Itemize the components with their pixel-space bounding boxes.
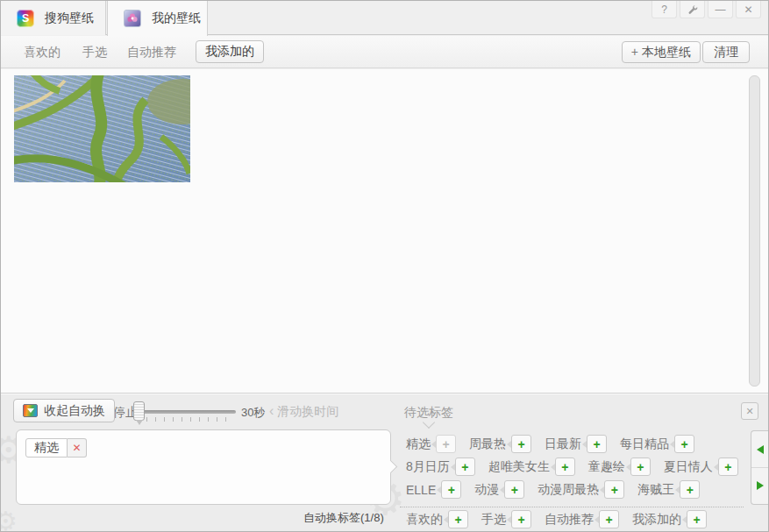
tag-item: 周最热 + bbox=[469, 435, 531, 453]
collapse-autochange-button[interactable]: 收起自动换 bbox=[13, 399, 115, 422]
add-tag-button[interactable]: + bbox=[511, 510, 531, 528]
tab-my-wallpaper[interactable]: 我的壁纸 bbox=[107, 1, 208, 36]
wrench-icon bbox=[687, 4, 698, 15]
add-tag-button[interactable]: + bbox=[455, 458, 475, 476]
tag-pager bbox=[751, 430, 768, 505]
slider-ticks bbox=[146, 417, 234, 422]
tag-label: 手选 bbox=[481, 512, 506, 528]
scrollbar-thumb[interactable] bbox=[749, 75, 760, 387]
tag-label: 海贼王 bbox=[637, 482, 674, 498]
selected-tags-box[interactable]: 精选 ✕ bbox=[16, 429, 391, 505]
app-window: S 搜狗壁纸 我的壁纸 ? — ✕ bbox=[0, 0, 769, 532]
tab-label: 搜狗壁纸 bbox=[45, 11, 94, 26]
tag-item: 夏日情人 + bbox=[664, 458, 738, 476]
tag-item: 喜欢的 + bbox=[406, 510, 468, 528]
dotted-separator bbox=[400, 507, 744, 507]
autochange-tag-counter: 自动换标签(1/8) bbox=[303, 510, 384, 526]
tag-label: 8月日历 bbox=[406, 459, 450, 475]
window-controls: ? — ✕ bbox=[649, 1, 761, 18]
slider-track[interactable] bbox=[143, 410, 236, 414]
clean-button[interactable]: 清理 bbox=[702, 41, 750, 63]
tag-label: 周最热 bbox=[469, 436, 506, 452]
wallpaper-thumbnail-terraces[interactable] bbox=[14, 75, 190, 182]
add-local-wallpaper-button[interactable]: +本地壁纸 bbox=[622, 41, 701, 63]
tag-label: 喜欢的 bbox=[406, 512, 443, 528]
nav-handpicked[interactable]: 手选 bbox=[82, 45, 107, 60]
tag-row-1: 精选 + 周最热 + 日最新 + 每日精品 + bbox=[406, 435, 694, 453]
selected-tag-label: 精选 bbox=[25, 438, 68, 458]
selected-box-arrow bbox=[384, 460, 398, 474]
plus-icon: + bbox=[631, 45, 638, 59]
add-tag-button[interactable]: + bbox=[680, 480, 700, 499]
nav-liked[interactable]: 喜欢的 bbox=[24, 45, 61, 60]
chevron-left-icon: ‹ bbox=[269, 403, 274, 418]
tag-item: 动漫 + bbox=[474, 480, 524, 499]
tag-label: ELLE bbox=[406, 483, 436, 497]
add-tag-button[interactable]: + bbox=[674, 435, 694, 453]
minimize-button[interactable]: — bbox=[708, 1, 733, 18]
tag-row-bottom: 喜欢的 + 手选 + 自动推荐 + 我添加的 + bbox=[406, 510, 707, 528]
tag-item: 我添加的 + bbox=[632, 510, 707, 528]
tag-item: ELLE + bbox=[406, 480, 461, 499]
settings-wrench-button[interactable] bbox=[680, 1, 705, 18]
selected-tag-chip: 精选 ✕ bbox=[25, 438, 87, 458]
add-tag-button-disabled: + bbox=[436, 435, 456, 453]
tag-item: 童趣绘 + bbox=[588, 458, 651, 476]
add-tag-button[interactable]: + bbox=[718, 458, 738, 476]
tag-row-3: ELLE + 动漫 + 动漫周最热 + 海贼王 + bbox=[406, 480, 700, 499]
autochange-panel: ⚙ ⚙ ⚙ 收起自动换 停止 30秒 ‹滑动换时间 待选标签 ✕ 精选 ✕ bbox=[1, 393, 768, 532]
nav-auto-recommend[interactable]: 自动推荐 bbox=[127, 45, 176, 60]
add-tag-button[interactable]: + bbox=[555, 458, 575, 476]
tag-label: 自动推荐 bbox=[545, 512, 594, 528]
tag-item: 手选 + bbox=[481, 510, 531, 528]
tab-sogou-wallpaper[interactable]: S 搜狗壁纸 bbox=[1, 1, 106, 35]
add-tag-button[interactable]: + bbox=[448, 510, 468, 528]
tag-item: 自动推荐 + bbox=[545, 510, 619, 528]
help-button[interactable]: ? bbox=[652, 1, 677, 18]
nav-my-added-selected[interactable]: 我添加的 bbox=[196, 40, 264, 63]
tag-item: 日最新 + bbox=[545, 435, 607, 453]
add-tag-button[interactable]: + bbox=[587, 435, 607, 453]
slide-hint: ‹滑动换时间 bbox=[269, 403, 338, 420]
add-tag-button[interactable]: + bbox=[441, 480, 461, 499]
remove-tag-button[interactable]: ✕ bbox=[68, 438, 87, 458]
category-toolbar: 喜欢的 手选 自动推荐 我添加的 +本地壁纸 清理 bbox=[1, 36, 768, 68]
tag-label: 夏日情人 bbox=[664, 459, 713, 475]
interval-value: 30秒 bbox=[241, 405, 265, 421]
tag-item: 超唯美女生 + bbox=[488, 458, 575, 476]
pager-prev-button[interactable] bbox=[751, 431, 768, 468]
tag-row-2: 8月日历 + 超唯美女生 + 童趣绘 + 夏日情人 + bbox=[406, 458, 738, 476]
tag-label: 每日精品 bbox=[620, 436, 669, 452]
tab-label: 我的壁纸 bbox=[152, 11, 201, 26]
add-tag-button[interactable]: + bbox=[504, 480, 524, 499]
tag-label: 日最新 bbox=[545, 436, 581, 452]
tag-label: 我添加的 bbox=[632, 512, 681, 528]
tag-label: 童趣绘 bbox=[588, 459, 625, 475]
add-tag-button[interactable]: + bbox=[630, 458, 651, 476]
flower-photo-icon bbox=[124, 10, 141, 27]
add-tag-button[interactable]: + bbox=[687, 510, 707, 528]
interval-slider bbox=[132, 401, 239, 430]
tag-item: 8月日历 + bbox=[406, 458, 475, 476]
tag-label: 动漫周最热 bbox=[538, 482, 599, 498]
tag-item: 精选 + bbox=[406, 435, 456, 453]
tag-item: 动漫周最热 + bbox=[538, 480, 624, 499]
slider-handle[interactable] bbox=[133, 401, 145, 421]
add-tag-button[interactable]: + bbox=[604, 480, 624, 499]
gear-decoration: ⚙ bbox=[0, 506, 18, 532]
add-tag-button[interactable]: + bbox=[511, 435, 531, 453]
tag-item: 海贼王 + bbox=[637, 480, 700, 499]
tag-item: 每日精品 + bbox=[620, 435, 694, 453]
sogou-logo-icon: S bbox=[17, 10, 34, 27]
pager-next-button[interactable] bbox=[751, 467, 768, 504]
add-tag-button[interactable]: + bbox=[599, 510, 619, 528]
panel-close-button[interactable]: ✕ bbox=[741, 402, 758, 420]
triangle-left-icon bbox=[757, 445, 764, 454]
close-button[interactable]: ✕ bbox=[736, 1, 761, 18]
tag-label: 超唯美女生 bbox=[488, 459, 550, 475]
tab-bar: S 搜狗壁纸 我的壁纸 ? — ✕ bbox=[1, 1, 768, 35]
wallpaper-collapse-icon bbox=[23, 404, 38, 417]
triangle-right-icon bbox=[757, 481, 764, 490]
tag-label: 动漫 bbox=[474, 482, 499, 498]
wallpaper-grid-area bbox=[1, 69, 768, 393]
